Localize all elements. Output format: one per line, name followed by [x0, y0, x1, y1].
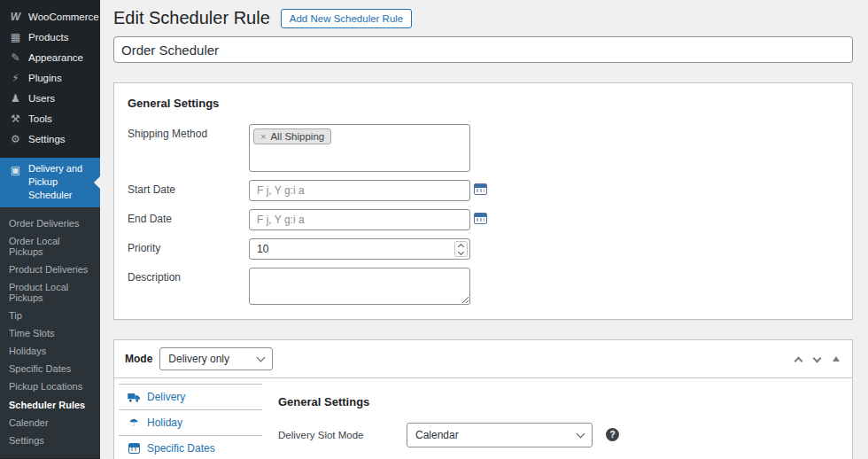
tab-label: Specific Dates — [147, 442, 215, 455]
mode-select-value: Delivery only — [168, 353, 229, 365]
help-icon[interactable]: ? — [606, 428, 619, 441]
sidebar-item-label: Delivery and Pickup Scheduler — [28, 162, 98, 202]
shipping-method-label: Shipping Method — [128, 124, 249, 140]
truck-icon — [127, 393, 141, 402]
submenu-item-pickup-locations[interactable]: Pickup Locations — [0, 377, 100, 395]
delivery-slot-mode-label: Delivery Slot Mode — [278, 423, 407, 443]
start-date-calendar-icon[interactable] — [474, 183, 487, 198]
tab-label: Holiday — [147, 416, 182, 429]
umbrella-icon: ☂ — [127, 416, 141, 429]
sidebar-item-delivery-pickup-scheduler[interactable]: ▣ Delivery and Pickup Scheduler — [0, 158, 100, 207]
move-down-icon[interactable] — [813, 354, 822, 362]
tab-delivery[interactable]: Delivery — [119, 385, 262, 410]
end-date-row: End Date — [128, 209, 839, 230]
submenu-item-holidays[interactable]: Holidays — [0, 342, 100, 360]
description-textarea[interactable] — [249, 268, 470, 305]
sidebar-item-label: Plugins — [28, 73, 62, 83]
sidebar-item-label: Users — [28, 93, 55, 104]
end-date-calendar-icon[interactable] — [474, 213, 487, 227]
sidebar-item-products[interactable]: ▦ Products — [0, 27, 100, 47]
sidebar-item-woocommerce[interactable]: W WooCommerce — [0, 6, 100, 27]
sidebar-item-appearance[interactable]: ✎ Appearance — [0, 47, 100, 67]
description-row: Description — [128, 268, 839, 305]
calendar-icon — [474, 213, 487, 224]
sidebar-item-users[interactable]: ♟ Users — [0, 88, 100, 108]
shipping-method-row: Shipping Method × All Shipping — [128, 124, 839, 172]
calendar-icon — [127, 443, 141, 454]
settings-icon: ⚙ — [6, 133, 25, 145]
products-icon: ▦ — [6, 31, 25, 43]
page-header: Edit Scheduler Rule Add New Scheduler Ru… — [113, 8, 853, 28]
priority-input[interactable] — [249, 238, 470, 260]
sidebar-item-label: Settings — [28, 134, 66, 144]
submenu-item-time-slots[interactable]: Time Slots — [0, 324, 100, 342]
sidebar-item-plugins[interactable]: ⚡ Plugins — [0, 67, 100, 88]
tab-holiday[interactable]: ☂ Holiday — [119, 410, 262, 436]
start-date-row: Start Date — [128, 180, 839, 201]
submenu-item-product-deliveries[interactable]: Product Deliveries — [0, 261, 100, 278]
plugins-icon: ⚡ — [6, 72, 25, 84]
delivery-tab-content: General Settings Delivery Slot Mode Cale… — [262, 384, 841, 459]
remove-tag-icon[interactable]: × — [260, 131, 266, 142]
delivery-general-settings-heading: General Settings — [278, 395, 841, 408]
description-label: Description — [128, 268, 249, 284]
add-new-scheduler-rule-button[interactable]: Add New Scheduler Rule — [281, 9, 413, 28]
scheduler-submenu: Order Deliveries Order Local Pickups Pro… — [0, 207, 100, 458]
sidebar-item-label: Tools — [28, 113, 52, 124]
rule-title-input[interactable] — [113, 36, 853, 63]
submenu-item-calender[interactable]: Calender — [0, 414, 100, 432]
priority-row: Priority — [128, 238, 839, 260]
sidebar-item-settings[interactable]: ⚙ Settings — [0, 128, 100, 149]
admin-menu: W WooCommerce ▦ Products ✎ Appearance ⚡ … — [0, 6, 100, 149]
page-title: Edit Scheduler Rule — [113, 8, 270, 28]
priority-spinner[interactable] — [454, 241, 468, 257]
delivery-slot-mode-row: Delivery Slot Mode Calendar ? — [278, 423, 841, 447]
tab-label: Delivery — [147, 391, 185, 403]
mode-tabs: Delivery ☂ Holiday Specific Dates ⚙ Crit… — [119, 384, 262, 459]
general-settings-panel: General Settings Shipping Method × All S… — [113, 82, 853, 320]
end-date-input[interactable] — [249, 209, 470, 230]
submenu-item-order-deliveries[interactable]: Order Deliveries — [0, 214, 100, 232]
spinner-down-icon — [458, 248, 464, 254]
sidebar-item-label: Appearance — [28, 52, 83, 63]
submenu-item-product-local-pickups[interactable]: Product Local Pickups — [0, 278, 100, 307]
submenu-item-order-local-pickups[interactable]: Order Local Pickups — [0, 232, 100, 261]
woocommerce-icon: W — [6, 11, 25, 23]
general-settings-heading: General Settings — [128, 97, 839, 110]
move-up-icon[interactable] — [794, 356, 803, 365]
mode-panel: Mode Delivery only Delivery ☂ — [113, 339, 853, 459]
shipping-method-multiselect[interactable]: × All Shipping — [249, 124, 470, 172]
tab-specific-dates[interactable]: Specific Dates — [119, 436, 262, 459]
sidebar-item-tools[interactable]: ⚒ Tools — [0, 108, 100, 128]
end-date-label: End Date — [128, 209, 249, 225]
shipping-method-tag-label: All Shipping — [270, 131, 324, 142]
calendar-icon — [474, 183, 487, 195]
submenu-item-scheduler-rules[interactable]: Scheduler Rules — [0, 396, 100, 414]
mode-label: Mode — [125, 353, 152, 365]
mode-panel-header: Mode Delivery only — [114, 340, 852, 378]
sidebar-item-label: WooCommerce — [28, 12, 99, 22]
shipping-method-tag: × All Shipping — [253, 128, 331, 144]
sidebar-item-label: Products — [28, 32, 68, 43]
toggle-panel-icon[interactable] — [833, 356, 840, 362]
admin-sidebar: W WooCommerce ▦ Products ✎ Appearance ⚡ … — [0, 0, 100, 459]
priority-label: Priority — [128, 238, 249, 254]
delivery-slot-mode-select[interactable]: Calendar — [407, 423, 593, 447]
main-content: Edit Scheduler Rule Add New Scheduler Ru… — [100, 0, 868, 459]
scheduler-icon: ▣ — [6, 162, 25, 177]
start-date-input[interactable] — [249, 180, 470, 201]
appearance-icon: ✎ — [6, 51, 25, 64]
tools-icon: ⚒ — [6, 113, 25, 125]
panel-header-actions — [795, 354, 841, 364]
users-icon: ♟ — [6, 92, 25, 105]
delivery-slot-mode-value: Calendar — [415, 429, 459, 441]
start-date-label: Start Date — [128, 180, 249, 196]
submenu-item-specific-dates[interactable]: Specific Dates — [0, 360, 100, 377]
submenu-item-settings[interactable]: Settings — [0, 432, 100, 449]
mode-select[interactable]: Delivery only — [159, 347, 273, 370]
mode-panel-body: Delivery ☂ Holiday Specific Dates ⚙ Crit… — [114, 378, 852, 459]
submenu-item-tip[interactable]: Tip — [0, 307, 100, 324]
